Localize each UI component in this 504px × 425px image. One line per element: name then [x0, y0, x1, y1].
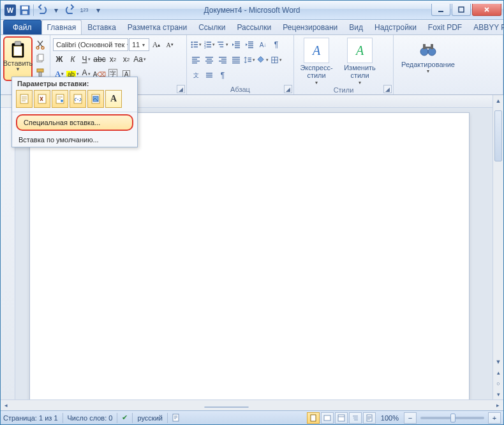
grow-font-icon[interactable]: A▴: [150, 38, 163, 51]
change-styles-button[interactable]: A Изменить стили ▾: [340, 38, 380, 86]
underline-icon[interactable]: Ч: [80, 53, 93, 66]
copy-icon[interactable]: [34, 52, 47, 65]
shading-icon[interactable]: [256, 54, 269, 66]
paste-option-link[interactable]: [70, 90, 86, 108]
align-right-icon[interactable]: [216, 54, 229, 66]
track-changes-icon[interactable]: [172, 413, 181, 423]
quick-styles-button[interactable]: A Экспресс-стили ▾: [297, 38, 336, 86]
font-name-combo[interactable]: Calibri (Основной тек▾: [53, 38, 128, 51]
font-size-combo[interactable]: 11▾: [129, 38, 149, 51]
qat-123-icon[interactable]: 123: [78, 4, 91, 17]
paragraph-dialog-launcher[interactable]: ◢: [284, 85, 292, 93]
close-button[interactable]: [472, 4, 501, 16]
strikethrough-icon[interactable]: abc: [93, 53, 106, 66]
minimize-button[interactable]: [431, 4, 450, 16]
svg-rect-7: [13, 46, 22, 56]
text-direction-icon[interactable]: 文: [189, 69, 202, 82]
tab-mailings[interactable]: Рассылки: [231, 20, 277, 34]
vertical-ruler[interactable]: [1, 108, 15, 399]
file-tab[interactable]: Файл: [3, 20, 41, 34]
tab-addins[interactable]: Надстройки: [369, 20, 422, 34]
qat-redo-icon[interactable]: [64, 4, 77, 17]
qat-undo-icon[interactable]: [36, 4, 48, 17]
zoom-in-icon[interactable]: +: [488, 412, 501, 424]
page[interactable]: [29, 112, 470, 399]
word-app-icon: W: [4, 4, 16, 16]
italic-icon[interactable]: К: [66, 53, 79, 66]
tab-abbyy[interactable]: ABBYY PDF Trans: [468, 20, 504, 34]
borders-icon[interactable]: [270, 54, 283, 66]
tab-home[interactable]: Главная: [41, 20, 82, 34]
view-full-screen-icon[interactable]: [321, 412, 334, 424]
line-spacing-icon[interactable]: [243, 54, 256, 66]
align-center-icon[interactable]: [203, 54, 216, 66]
qat-customize-dropdown[interactable]: ▾: [92, 4, 105, 17]
qat: ▾ 123 ▾: [19, 4, 105, 17]
bold-icon[interactable]: Ж: [53, 53, 66, 66]
svg-rect-37: [192, 57, 200, 57]
shrink-font-icon[interactable]: A▾: [163, 38, 176, 51]
multilevel-list-icon[interactable]: [216, 38, 229, 51]
zoom-level[interactable]: 100%: [381, 414, 399, 422]
zoom-slider[interactable]: [420, 417, 484, 419]
scroll-right-icon[interactable]: ▸: [493, 400, 503, 411]
font-dialog-launcher[interactable]: ◢: [177, 85, 185, 93]
maximize-button[interactable]: [452, 4, 471, 16]
view-web-icon[interactable]: [335, 412, 348, 424]
tab-review[interactable]: Рецензировани: [277, 20, 343, 34]
tab-references[interactable]: Ссылки: [193, 20, 231, 34]
paste-option-picture[interactable]: [87, 90, 104, 108]
justify-icon[interactable]: [230, 54, 242, 66]
decrease-indent-icon[interactable]: [230, 38, 242, 51]
svg-point-8: [36, 47, 39, 49]
vertical-scrollbar[interactable]: ▲ ▼ ▴ ○ ▾: [493, 95, 503, 399]
view-draft-icon[interactable]: [363, 412, 376, 424]
tab-insert[interactable]: Вставка: [82, 20, 122, 34]
tab-foxit[interactable]: Foxit PDF: [422, 20, 468, 34]
select-browse-icon[interactable]: ○: [493, 378, 503, 389]
cut-icon[interactable]: [34, 38, 47, 51]
paste-button[interactable]: Вставить ▼: [3, 36, 33, 81]
document-surface[interactable]: [15, 108, 493, 399]
status-word-count[interactable]: Число слов: 0: [68, 414, 113, 422]
increase-indent-icon[interactable]: [243, 38, 256, 51]
scroll-left-icon[interactable]: ◂: [1, 400, 11, 411]
view-outline-icon[interactable]: [349, 412, 362, 424]
paste-option-merge[interactable]: [34, 90, 50, 108]
superscript-icon[interactable]: x2: [120, 53, 133, 66]
bullets-icon[interactable]: [189, 38, 202, 51]
zoom-handle[interactable]: [450, 414, 456, 422]
tab-view[interactable]: Вид: [343, 20, 369, 34]
asian-layout-icon[interactable]: ¶: [216, 69, 229, 82]
distributed-icon[interactable]: [203, 69, 216, 82]
paste-special-item[interactable]: Специальная вставка...: [16, 114, 133, 131]
paste-option-use-dest[interactable]: [52, 90, 68, 108]
prev-page-icon[interactable]: ▴: [493, 367, 503, 378]
show-hide-icon[interactable]: ¶: [270, 38, 283, 51]
paste-option-text[interactable]: A: [105, 90, 122, 108]
hscroll-thumb[interactable]: [204, 406, 249, 408]
scroll-thumb[interactable]: [494, 110, 502, 161]
qat-save-icon[interactable]: [19, 4, 31, 17]
subscript-icon[interactable]: x2: [107, 53, 119, 66]
status-language[interactable]: русский: [137, 414, 162, 422]
next-page-icon[interactable]: ▾: [493, 389, 503, 399]
scroll-up-icon[interactable]: ▲: [493, 95, 503, 106]
styles-dialog-launcher[interactable]: ◢: [383, 85, 392, 93]
set-default-paste-item[interactable]: Вставка по умолчанию...: [12, 133, 137, 147]
svg-rect-17: [194, 44, 198, 45]
change-case-icon[interactable]: Aa: [133, 53, 146, 66]
zoom-out-icon[interactable]: −: [404, 412, 417, 424]
scroll-down-icon[interactable]: ▼: [493, 356, 503, 367]
align-left-icon[interactable]: [189, 54, 202, 66]
tab-layout[interactable]: Разметка страни: [122, 20, 193, 34]
editing-button[interactable]: Редактирование ▾: [396, 38, 460, 74]
status-page[interactable]: Страница: 1 из 1: [3, 414, 58, 422]
sort-icon[interactable]: A↓: [256, 38, 269, 51]
horizontal-scrollbar[interactable]: ◂ ▸: [1, 399, 503, 410]
spelling-icon[interactable]: ✔: [122, 414, 128, 422]
numbering-icon[interactable]: 123: [203, 38, 216, 51]
paste-option-keep-source[interactable]: [16, 90, 33, 108]
view-print-layout-icon[interactable]: [307, 412, 320, 424]
qat-undo-dropdown[interactable]: ▾: [50, 4, 63, 17]
